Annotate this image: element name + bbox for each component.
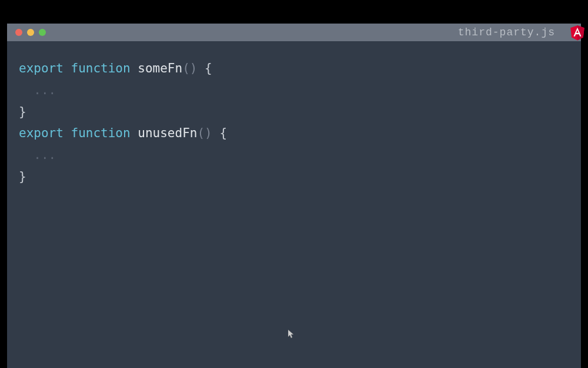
- code-body: ...: [19, 79, 569, 101]
- close-window-icon[interactable]: [15, 29, 22, 36]
- editor-window: third-party.js export function someFn() …: [7, 24, 581, 368]
- filename-label: third-party.js: [458, 26, 555, 38]
- traffic-lights: [15, 29, 46, 36]
- open-brace: {: [212, 126, 227, 140]
- close-brace: }: [19, 166, 569, 188]
- code-body: ...: [19, 144, 569, 166]
- close-brace: }: [19, 101, 569, 123]
- code-line: export function someFn() {: [19, 58, 569, 79]
- minimize-window-icon[interactable]: [27, 29, 34, 36]
- keyword-export: export: [19, 61, 64, 75]
- keyword-export: export: [19, 126, 64, 140]
- titlebar: third-party.js: [7, 24, 581, 41]
- code-editor[interactable]: export function someFn() { ...}export fu…: [7, 41, 581, 368]
- code-line: export function unusedFn() {: [19, 122, 569, 144]
- open-brace: {: [197, 61, 212, 75]
- keyword-function: function: [64, 126, 138, 140]
- parens: (): [182, 61, 197, 75]
- maximize-window-icon[interactable]: [39, 29, 46, 36]
- keyword-function: function: [64, 61, 138, 75]
- function-name: unusedFn: [138, 126, 197, 140]
- function-name: someFn: [138, 61, 182, 75]
- angular-logo-icon: [569, 24, 586, 41]
- parens: (): [197, 126, 212, 140]
